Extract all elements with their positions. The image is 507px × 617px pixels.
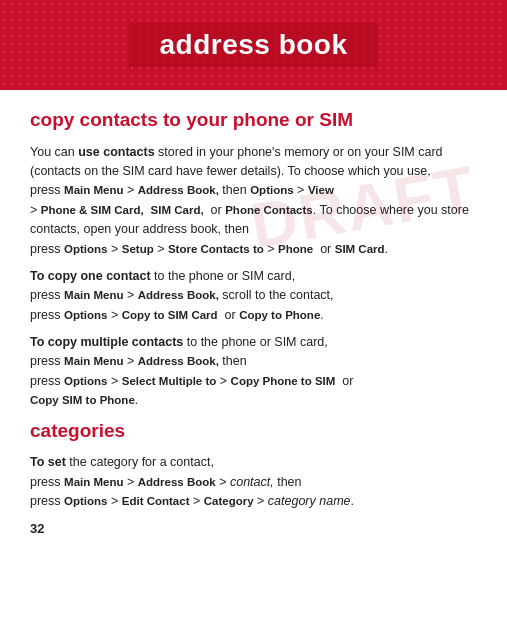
- mono-select-multiple: Select Multiple to: [122, 375, 217, 387]
- page-number: 32: [30, 521, 477, 536]
- mono-main-menu-1: Main Menu: [64, 184, 123, 196]
- mono-store-contacts: Store Contacts to: [168, 243, 264, 255]
- mono-main-menu-2: Main Menu: [64, 289, 123, 301]
- mono-edit-contact: Edit Contact: [122, 495, 190, 507]
- mono-options-3: Options: [64, 309, 107, 321]
- italic-contact: contact,: [230, 475, 274, 489]
- mono-copy-sim: Copy to SIM Card: [122, 309, 218, 321]
- section-categories-heading: categories: [30, 419, 477, 444]
- mono-phone-sim-card: Phone & SIM Card,: [41, 204, 144, 216]
- mono-address-book-1: Address Book,: [138, 184, 219, 196]
- mono-options-4: Options: [64, 375, 107, 387]
- mono-options-5: Options: [64, 495, 107, 507]
- section-categories: categories To set the category for a con…: [30, 419, 477, 512]
- paragraph-4: To set the category for a contact, press…: [30, 453, 477, 511]
- mono-address-book-4: Address Book: [138, 476, 216, 488]
- mono-sim-card: SIM Card,: [151, 204, 204, 216]
- paragraph-3: To copy multiple contacts to the phone o…: [30, 333, 477, 411]
- mono-sim-card-2: SIM Card: [335, 243, 385, 255]
- header-title: address book: [129, 23, 377, 67]
- bold-use-contacts: use contacts: [78, 145, 154, 159]
- mono-address-book-3: Address Book,: [138, 355, 219, 367]
- mono-setup: Setup: [122, 243, 154, 255]
- mono-phone-contacts: Phone Contacts: [225, 204, 313, 216]
- bold-copy-multiple: To copy multiple contacts: [30, 335, 183, 349]
- mono-copy-phone-sim: Copy Phone to SIM: [231, 375, 336, 387]
- mono-main-menu-3: Main Menu: [64, 355, 123, 367]
- section-copy-contacts: copy contacts to your phone or SIM You c…: [30, 108, 477, 411]
- paragraph-1: You can use contacts stored in your phon…: [30, 143, 477, 259]
- mono-main-menu-4: Main Menu: [64, 476, 123, 488]
- mono-view: View: [308, 184, 334, 196]
- mono-options-1: Options: [250, 184, 293, 196]
- main-content: DRAFT copy contacts to your phone or SIM…: [0, 90, 507, 552]
- bold-to-set: To set: [30, 455, 66, 469]
- mono-category: Category: [204, 495, 254, 507]
- mono-copy-phone: Copy to Phone: [239, 309, 320, 321]
- section-copy-contacts-heading: copy contacts to your phone or SIM: [30, 108, 477, 133]
- bold-copy-one: To copy one contact: [30, 269, 151, 283]
- italic-category-name: category name: [268, 494, 351, 508]
- header: address book: [0, 0, 507, 90]
- mono-options-2: Options: [64, 243, 107, 255]
- mono-copy-sim-phone: Copy SIM to Phone: [30, 394, 135, 406]
- mono-address-book-2: Address Book,: [138, 289, 219, 301]
- mono-phone-1: Phone: [278, 243, 313, 255]
- paragraph-2: To copy one contact to the phone or SIM …: [30, 267, 477, 325]
